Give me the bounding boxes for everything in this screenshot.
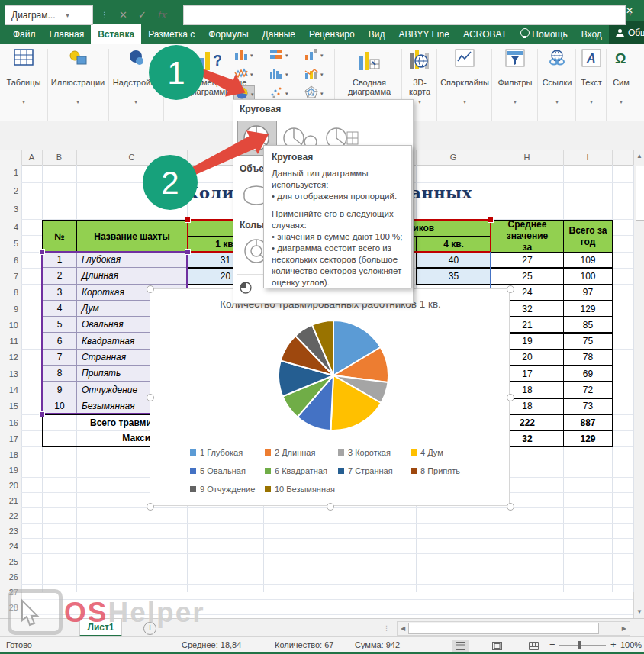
gridline-h [21,584,633,585]
table-cell-avg[interactable]: 27 [491,252,564,268]
table-cell-year[interactable]: 100 [563,268,613,284]
table-cell-year[interactable]: 78 [563,350,613,366]
tooltip-line: Применяйте его в следующих случаях: [272,208,404,231]
dynamic-layer: Количество травмированных работников№Наз… [0,0,644,654]
legend-swatch [338,449,344,456]
legend-item[interactable]: 1 Глубокая [190,448,243,457]
range-handle [185,217,191,223]
legend-swatch [411,449,417,456]
table-cell-year[interactable]: 109 [563,252,613,268]
range-handle [39,249,45,255]
table-cell-num[interactable]: 1 [42,252,77,268]
dropdown-section-2d: Круговая [233,100,413,117]
legend-item[interactable]: 3 Короткая [338,448,391,457]
legend-label: 5 Овальная [200,466,246,475]
chart-object[interactable]: Количество травмированных работников 1 к… [150,288,510,506]
tooltip-line: Данный тип диаграммы используется: [272,168,404,191]
table-cell-q4[interactable]: 35 [416,268,491,284]
table-cell-year[interactable]: 73 [563,398,613,414]
legend-label: 3 Короткая [348,448,391,457]
table-cell-num[interactable]: 4 [42,301,77,317]
legend-item[interactable]: 4 Дум [411,448,443,457]
table-cell-num[interactable]: 8 [42,366,77,382]
table-cell-year[interactable]: 75 [563,333,613,350]
tooltip-line: • значения в сумме дают 100 %; [272,231,404,243]
tooltip-title: Круговая [272,152,404,163]
legend-swatch [338,468,344,474]
table-cell-num[interactable]: 2 [42,268,77,284]
table-cell-num[interactable]: 9 [42,382,77,398]
table-cell-num[interactable]: 5 [42,317,77,333]
gridline-h [21,538,633,539]
legend-label: 4 Дум [420,448,443,457]
legend-label: 8 Припять [420,466,460,475]
table-cell-year[interactable]: 97 [563,285,613,301]
tooltip-line: • для отображения пропорций. [272,191,404,202]
chart-selection-handle[interactable] [147,503,154,511]
table-cell-num[interactable]: 7 [42,350,77,366]
table-cell-num[interactable]: 6 [42,333,77,350]
chart-selection-handle[interactable] [147,394,154,401]
more-pie-charts-icon[interactable] [237,279,255,297]
watermark-helper: Helper [108,597,204,628]
legend-item[interactable]: 5 Овальная [190,466,246,475]
table-header-name[interactable]: Название шахты [76,220,188,253]
legend-swatch [190,449,196,456]
legend-swatch [190,468,196,474]
chart-selection-handle[interactable] [507,285,514,293]
chart-selection-handle[interactable] [147,285,154,293]
legend-label: 2 Длинная [275,448,315,457]
legend-item[interactable]: 8 Припять [411,466,460,475]
chart-selection-handle[interactable] [507,503,514,511]
table-cell-num[interactable]: 10 [42,398,77,414]
legend-label: 9 Отчуждение [200,485,255,494]
table-cell-q4[interactable]: 40 [416,252,491,268]
gridline-h [21,553,633,554]
tooltip-line [272,202,404,208]
watermark-logo [8,589,63,635]
legend-label: 7 Странная [348,466,393,475]
legend-label: 1 Глубокая [200,448,243,457]
gridline-h [21,523,633,524]
legend-swatch [265,468,271,474]
legend-item[interactable]: 2 Длинная [265,448,315,457]
table-cell-year[interactable]: 85 [563,317,613,333]
table-cell-avg[interactable]: 25 [491,268,564,284]
chart-type-tooltip: КруговаяДанный тип диаграммы используетс… [263,145,412,288]
table-cell-year[interactable]: 69 [563,366,613,382]
table-totals-year[interactable]: 887 [563,414,613,430]
chart-selection-handle[interactable] [507,394,514,401]
legend-swatch [411,468,417,474]
legend-label: 6 Квадратная [275,466,327,475]
range-handle [488,217,494,223]
table-cell-year[interactable]: 72 [563,382,613,398]
table-cell-name[interactable]: Длинная [76,268,188,284]
gridline-h [21,569,633,569]
excel-window: диаграммы.xlsx - Excel ↶▾ ↷▾ ▾ ─ □ ✕ Фай… [0,0,644,654]
table-max-year[interactable]: 129 [563,430,613,446]
legend-item[interactable]: 10 Безымянная [265,485,335,494]
watermark-text: OSHelper [64,597,205,629]
table-cell-num[interactable]: 3 [42,285,77,301]
watermark-os: OS [64,597,108,628]
pie-chart[interactable] [150,311,510,440]
table-header-num[interactable]: № [42,220,77,253]
gridline-v [21,165,22,592]
legend-swatch [265,486,271,492]
gridline-v [633,165,634,592]
table-header-year[interactable]: Всего за год [563,220,613,253]
range-handle [39,411,45,417]
table-header-avg[interactable]: Среднее значение за [491,220,564,253]
table-cell-name[interactable]: Глубокая [76,252,188,268]
chart-selection-handle[interactable] [327,503,334,511]
legend-swatch [265,449,271,456]
table-header-q4[interactable]: 4 кв. [416,236,491,253]
range-handle [185,249,191,255]
legend-item[interactable]: 7 Странная [338,466,393,475]
legend-swatch [190,486,196,492]
tooltip-line: • диаграмма состоит всего из нескольких … [272,243,404,288]
legend-item[interactable]: 9 Отчуждение [190,485,255,494]
table-cell-year[interactable]: 129 [563,301,613,317]
legend-item[interactable]: 6 Квадратная [265,466,327,475]
legend-label: 10 Безымянная [275,485,335,494]
